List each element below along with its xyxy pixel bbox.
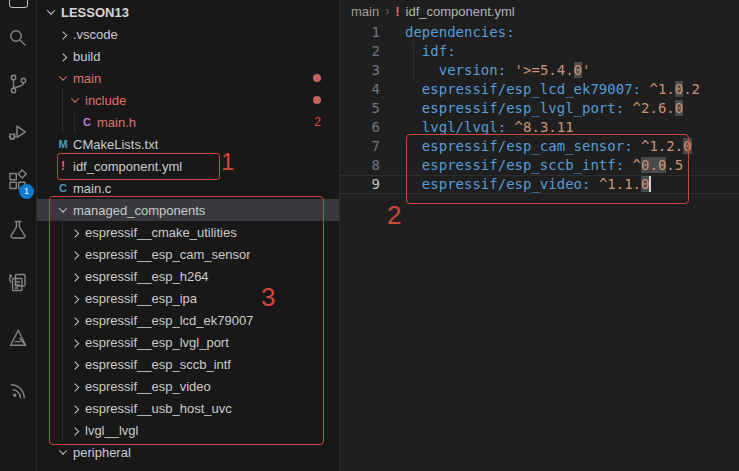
chevron-right-icon (67, 295, 83, 301)
tree-item-idf-component-yml[interactable]: !idf_component.yml (37, 155, 339, 177)
tree-item-label: main.h (97, 115, 136, 130)
indent-guide (413, 42, 414, 80)
esp-idf-tools-icon[interactable] (0, 318, 36, 358)
code-line-4[interactable]: 4 espressif/esp_lcd_ek79007: ^1.0.2 (340, 80, 739, 99)
file-icon: C (55, 182, 71, 194)
code-line-2[interactable]: 2 idf: (340, 42, 739, 61)
tree-item-espressif-esp-ipa[interactable]: espressif__esp_ipa (37, 287, 339, 309)
tree-item-espressif-usb-host-uvc[interactable]: espressif__usb_host_uvc (37, 397, 339, 419)
vscode-window: 1 LESSON13.vscodebuildmainincludeCmain.h… (0, 0, 739, 471)
error-dot-badge (313, 89, 321, 111)
tree-item-label: espressif__esp_h264 (85, 269, 209, 284)
line-text: espressif/esp_cam_sensor: ^1.2.0 (405, 137, 692, 156)
tree-item-label: main.c (73, 181, 111, 196)
chevron-down-icon (67, 97, 83, 103)
tree-item-label: espressif__esp_lcd_ek79007 (85, 313, 253, 328)
tree-item-espressif-esp-lvgl-port[interactable]: espressif__esp_lvgl_port (37, 331, 339, 353)
tree-item-label: include (85, 93, 126, 108)
tree-item-managed-components[interactable]: managed_components (37, 199, 339, 221)
testing-icon[interactable] (0, 210, 36, 250)
tree-item-cmakelists-txt[interactable]: MCMakeLists.txt (37, 133, 339, 155)
tree-indent-guide (62, 309, 63, 331)
tree-item-label: .vscode (73, 27, 118, 42)
tree-item-label: espressif__cmake_utilities (85, 225, 237, 240)
tree-item-main-c[interactable]: Cmain.c (37, 177, 339, 199)
esp-idf-explorer-icon[interactable] (0, 263, 36, 303)
tree-indent-guide (62, 243, 63, 265)
tree-item-label: LESSON13 (61, 5, 129, 20)
chevron-right-icon (67, 251, 83, 257)
code-line-5[interactable]: 5 espressif/esp_lvgl_port: ^2.6.0 (340, 99, 739, 118)
file-icon: ! (55, 159, 71, 173)
tree-item-label: lvgl__lvgl (85, 423, 138, 438)
tree-indent-guide (62, 353, 63, 375)
chevron-right-icon (67, 427, 83, 433)
tree-indent-guide (62, 111, 63, 133)
line-text: version: '>=5.4.0' (405, 61, 590, 80)
line-number: 7 (340, 137, 380, 156)
yaml-file-icon: ! (395, 4, 399, 19)
line-text: dependencies: (405, 23, 515, 42)
tree-item-espressif-esp-h264[interactable]: espressif__esp_h264 (37, 265, 339, 287)
tree-item-espressif-esp-sccb-intf[interactable]: espressif__esp_sccb_intf (37, 353, 339, 375)
tree-item-label: espressif__esp_video (85, 379, 211, 394)
tree-item-lesson13[interactable]: LESSON13 (37, 1, 339, 23)
line-text: espressif/esp_lcd_ek79007: ^1.0.2 (405, 80, 700, 99)
code-line-9[interactable]: 9 espressif/esp_video: ^1.1.0 (340, 175, 739, 194)
tree-item-label: espressif__esp_lvgl_port (85, 335, 229, 350)
tree-item-include[interactable]: include (37, 89, 339, 111)
error-dot-badge (313, 67, 321, 89)
tree-item-label: main (73, 71, 101, 86)
extensions-icon[interactable]: 1 (0, 161, 36, 201)
tree-item-espressif-esp-video[interactable]: espressif__esp_video (37, 375, 339, 397)
code-line-7[interactable]: 7 espressif/esp_cam_sensor: ^1.2.0 (340, 137, 739, 156)
chevron-right-icon (67, 339, 83, 345)
tree-item-label: CMakeLists.txt (73, 137, 158, 152)
extensions-badge: 1 (19, 184, 34, 199)
espressif-icon[interactable] (0, 370, 36, 410)
chevron-down-icon (55, 207, 71, 213)
code-line-6[interactable]: 6 lvgl/lvgl: ^8.3.11 (340, 118, 739, 137)
code-line-3[interactable]: 3 version: '>=5.4.0' (340, 61, 739, 80)
code-editor[interactable]: 1dependencies:2 idf:3 version: '>=5.4.0'… (340, 22, 739, 194)
chevron-right-icon (67, 383, 83, 389)
editor-pane: main › ! idf_component.yml 1dependencies… (340, 0, 739, 471)
line-number: 8 (340, 156, 380, 175)
source-control-icon[interactable] (0, 64, 36, 104)
tree-item--vscode[interactable]: .vscode (37, 23, 339, 45)
tree-indent-guide (62, 419, 63, 441)
line-number: 3 (340, 61, 380, 80)
breadcrumb-folder[interactable]: main (351, 4, 379, 19)
code-line-1[interactable]: 1dependencies: (340, 23, 739, 42)
chevron-down-icon (55, 75, 71, 81)
tree-item-label: managed_components (73, 203, 205, 218)
line-text: espressif/esp_sccb_intf: ^0.0.5 (405, 156, 683, 175)
tree-item-label: peripheral (73, 445, 131, 460)
tree-item-peripheral[interactable]: peripheral (37, 441, 339, 463)
breadcrumb-file[interactable]: idf_component.yml (406, 4, 515, 19)
tree-item-build[interactable]: build (37, 45, 339, 67)
code-line-8[interactable]: 8 espressif/esp_sccb_intf: ^0.0.5 (340, 156, 739, 175)
explorer-icon[interactable] (9, 0, 28, 8)
tree-item-main[interactable]: main (37, 67, 339, 89)
error-count-badge: 2 (314, 111, 321, 133)
chevron-right-icon (67, 405, 83, 411)
tree-item-lvgl-lvgl[interactable]: lvgl__lvgl (37, 419, 339, 441)
tree-item-espressif-esp-cam-sensor[interactable]: espressif__esp_cam_sensor (37, 243, 339, 265)
tree-indent-guide (62, 331, 63, 353)
line-number: 4 (340, 80, 380, 99)
tree-indent-guide (62, 397, 63, 419)
run-and-debug-icon[interactable] (0, 112, 36, 152)
tree-item-espressif-esp-lcd-ek79007[interactable]: espressif__esp_lcd_ek79007 (37, 309, 339, 331)
chevron-right-icon: › (385, 4, 389, 18)
tree-item-espressif-cmake-utilities[interactable]: espressif__cmake_utilities (37, 221, 339, 243)
line-number: 9 (340, 175, 380, 194)
search-icon[interactable] (0, 18, 36, 58)
chevron-right-icon (67, 273, 83, 279)
explorer-sidebar: LESSON13.vscodebuildmainincludeCmain.h2M… (37, 0, 340, 471)
line-number: 6 (340, 118, 380, 137)
line-text: espressif/esp_lvgl_port: ^2.6.0 (405, 99, 683, 118)
tree-item-main-h[interactable]: Cmain.h2 (37, 111, 339, 133)
chevron-right-icon (67, 361, 83, 367)
line-number: 2 (340, 42, 380, 61)
